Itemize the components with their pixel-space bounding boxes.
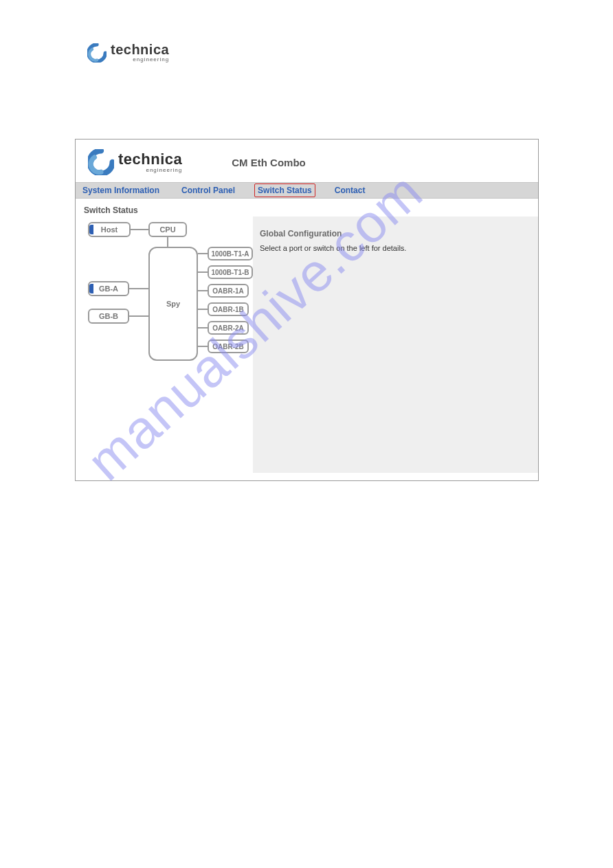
node-label: Host [101, 225, 118, 234]
wire [167, 237, 168, 247]
node-label: Spy [166, 300, 180, 308]
node-oabr-1b[interactable]: OABR-1B [208, 302, 249, 316]
app-header: technica engineering CM Eth Combo [76, 140, 538, 182]
page-logo-brand: technica [111, 43, 169, 56]
wire [129, 315, 148, 317]
node-gb-a[interactable]: GB-A [88, 281, 129, 296]
node-label: OABR-1A [212, 287, 244, 295]
node-label: GB-B [99, 312, 118, 320]
node-label: GB-A [99, 285, 118, 293]
tab-bar: System Information Control Panel Switch … [76, 182, 538, 199]
technica-logo-icon [88, 149, 114, 175]
active-indicator [89, 284, 93, 293]
wire [198, 290, 208, 291]
tab-switch-status[interactable]: Switch Status [254, 183, 315, 197]
wire [198, 253, 208, 254]
wire [198, 271, 208, 273]
right-pane: Global Configuration Select a port or sw… [253, 216, 538, 473]
screenshot-frame: technica engineering CM Eth Combo System… [75, 139, 539, 481]
global-configuration-title: Global Configuration [260, 229, 531, 238]
node-1000b-t1-b[interactable]: 1000B-T1-B [208, 265, 253, 279]
node-host[interactable]: Host [88, 222, 131, 237]
wire [198, 327, 208, 329]
tab-control-panel[interactable]: Control Panel [179, 184, 238, 197]
switch-diagram: Host CPU Spy GB-A GB-B 1000B-T1-A [82, 222, 253, 364]
section-heading-switch-status: Switch Status [82, 205, 249, 215]
node-label: CPU [159, 225, 175, 234]
page-logo: technica engineering [87, 43, 169, 63]
left-pane: Switch Status Host CPU [76, 199, 253, 473]
active-indicator [89, 225, 93, 234]
tab-contact[interactable]: Contact [332, 184, 368, 197]
app-logo: technica engineering [88, 149, 182, 175]
tab-system-information[interactable]: System Information [80, 184, 162, 197]
technica-logo-icon [87, 43, 107, 63]
wire [129, 288, 148, 289]
node-label: OABR-1B [212, 306, 244, 313]
node-gb-b[interactable]: GB-B [88, 309, 129, 324]
wire [198, 309, 208, 310]
node-oabr-1a[interactable]: OABR-1A [208, 284, 249, 298]
global-configuration-message: Select a port or switch on the left for … [260, 244, 531, 252]
app-title: CM Eth Combo [232, 157, 305, 168]
node-label: 1000B-T1-A [211, 250, 249, 258]
node-cpu[interactable]: CPU [148, 222, 187, 237]
node-label: 1000B-T1-B [211, 269, 249, 276]
content-area: Switch Status Host CPU [76, 199, 538, 473]
app-logo-subtitle: engineering [118, 168, 182, 173]
node-oabr-2a[interactable]: OABR-2A [208, 321, 249, 335]
app-logo-brand: technica [118, 152, 182, 167]
node-spy[interactable]: Spy [148, 247, 198, 361]
node-1000b-t1-a[interactable]: 1000B-T1-A [208, 247, 253, 260]
node-label: OABR-2A [212, 324, 244, 332]
page-logo-subtitle: engineering [111, 57, 169, 63]
wire [198, 346, 208, 347]
node-oabr-2b[interactable]: OABR-2B [208, 340, 249, 353]
node-label: OABR-2B [212, 343, 244, 350]
wire [131, 229, 148, 230]
